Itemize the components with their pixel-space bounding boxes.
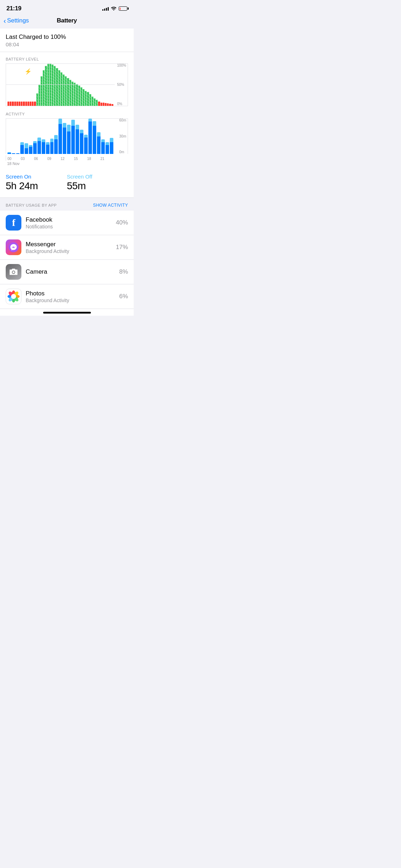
battery-bar xyxy=(65,76,67,106)
app-subtitle: Background Activity xyxy=(26,248,112,254)
status-bar: 21:19 xyxy=(0,0,134,14)
battery-bar xyxy=(14,102,16,106)
battery-bar xyxy=(107,103,109,106)
app-icon-camera xyxy=(6,264,21,280)
activity-bar-group xyxy=(67,119,71,154)
status-icons xyxy=(102,6,127,11)
last-charged-section: Last Charged to 100% 08:04 xyxy=(0,29,134,52)
back-label: Settings xyxy=(7,17,29,24)
battery-bar xyxy=(45,66,47,106)
battery-bar xyxy=(96,100,98,106)
activity-x-label: 12 xyxy=(61,157,74,161)
battery-bar xyxy=(76,84,78,106)
home-indicator xyxy=(0,309,134,316)
activity-bar-group xyxy=(33,119,37,154)
battery-bar xyxy=(63,74,65,106)
activity-x-label: 09 xyxy=(47,157,61,161)
battery-bar xyxy=(41,76,42,106)
activity-bar-group xyxy=(12,119,15,154)
app-row[interactable]: Camera 8% xyxy=(0,260,134,284)
battery-bar xyxy=(94,98,96,106)
battery-bar xyxy=(19,102,20,106)
activity-bar-group xyxy=(37,119,41,154)
battery-bar xyxy=(61,72,62,106)
app-icon-facebook: f xyxy=(6,215,21,231)
activity-bar-group xyxy=(50,119,54,154)
battery-level-chart: 100% 50% 0% ⚡ xyxy=(6,63,128,106)
battery-bar xyxy=(81,87,82,106)
app-list: f Facebook Notifications 40% xyxy=(0,211,134,309)
battery-bar xyxy=(16,102,18,106)
screen-on-value: 5h 24m xyxy=(6,180,67,192)
app-percent: 8% xyxy=(119,268,128,275)
app-row[interactable]: Messenger Background Activity 17% xyxy=(0,235,134,260)
app-percent: 40% xyxy=(116,219,128,226)
svg-point-0 xyxy=(9,242,19,252)
activity-bar-group xyxy=(106,119,109,154)
wifi-icon xyxy=(111,6,117,11)
activity-x-label: 03 xyxy=(21,157,34,161)
activity-bar-group xyxy=(58,119,62,154)
screen-on-stat: Screen On 5h 24m xyxy=(6,174,67,192)
battery-bar xyxy=(43,70,45,106)
battery-y-axis: 100% 50% 0% xyxy=(117,64,126,106)
battery-level-label: BATTERY LEVEL xyxy=(6,57,128,61)
screen-off-value: 55m xyxy=(67,180,128,192)
show-activity-button[interactable]: SHOW ACTIVITY xyxy=(93,203,128,208)
battery-bar xyxy=(87,92,89,106)
battery-bar xyxy=(23,102,25,106)
activity-x-label: 18 xyxy=(87,157,101,161)
battery-bar xyxy=(105,103,107,106)
activity-x-label: 21 xyxy=(101,157,114,161)
battery-bar xyxy=(50,64,51,106)
activity-bar-group xyxy=(63,119,66,154)
signal-icon xyxy=(102,6,109,11)
activity-x-label: 15 xyxy=(74,157,87,161)
battery-bar xyxy=(112,104,113,106)
app-info: Messenger Background Activity xyxy=(26,241,112,254)
battery-bar xyxy=(54,66,56,106)
battery-usage-label: BATTERY USAGE BY APP xyxy=(6,203,57,207)
app-subtitle: Background Activity xyxy=(26,298,115,303)
battery-bar xyxy=(38,85,40,106)
battery-bar xyxy=(36,93,38,106)
activity-date: 18 Nov xyxy=(6,161,128,169)
app-name: Facebook xyxy=(26,216,112,223)
battery-bar xyxy=(32,102,34,106)
app-percent: 17% xyxy=(116,244,128,251)
activity-bar-group xyxy=(20,119,24,154)
app-info: Photos Background Activity xyxy=(26,290,115,303)
activity-bar-group xyxy=(76,119,79,154)
battery-bar xyxy=(74,83,76,106)
battery-bar xyxy=(72,82,73,106)
activity-bar-group xyxy=(71,119,75,154)
battery-bar xyxy=(83,89,84,106)
app-row[interactable]: Photos Background Activity 6% xyxy=(0,284,134,309)
screen-off-stat: Screen Off 55m xyxy=(67,174,128,192)
app-row[interactable]: f Facebook Notifications 40% xyxy=(0,211,134,235)
battery-bars xyxy=(6,64,115,106)
battery-bar xyxy=(101,103,102,106)
last-charged-time: 08:04 xyxy=(6,41,128,47)
activity-bar-group xyxy=(29,119,32,154)
battery-bar xyxy=(47,64,49,106)
battery-bar xyxy=(85,91,87,106)
activity-bar-group xyxy=(25,119,28,154)
activity-bar-group xyxy=(46,119,50,154)
last-charged-title: Last Charged to 100% xyxy=(6,33,128,41)
battery-bar xyxy=(7,102,9,106)
activity-x-label: 06 xyxy=(34,157,47,161)
battery-bar xyxy=(92,97,93,106)
app-name: Photos xyxy=(26,290,115,297)
charts-section: BATTERY LEVEL 100% 50% 0% ⚡ ACTIVITY 60m… xyxy=(0,52,134,169)
battery-bar xyxy=(12,102,14,106)
activity-x-label: 00 xyxy=(7,157,21,161)
battery-bar xyxy=(30,102,31,106)
svg-point-2 xyxy=(12,271,15,273)
battery-bar xyxy=(21,102,22,106)
activity-chart: 60m 30m 0m 0003060912151821 18 Nov xyxy=(6,118,128,169)
battery-bar xyxy=(70,80,71,106)
battery-usage-header: BATTERY USAGE BY APP SHOW ACTIVITY xyxy=(0,198,134,211)
app-percent: 6% xyxy=(119,293,128,300)
back-button[interactable]: ‹ Settings xyxy=(4,17,29,24)
